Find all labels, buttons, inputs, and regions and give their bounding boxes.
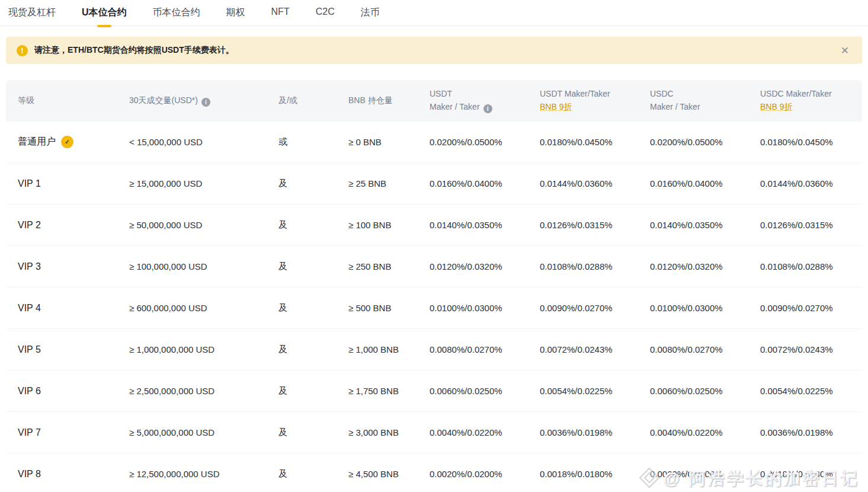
cell-usdt: 0.0020%/0.0200% bbox=[430, 469, 540, 479]
cell-usdc-bnb: 0.0180%/0.0450% bbox=[760, 137, 850, 147]
header-usdc-bnb-line1: USDC Maker/Taker bbox=[760, 88, 850, 101]
table-row: VIP 2≥ 50,000,000 USD及≥ 100 BNB0.0140%/0… bbox=[6, 205, 862, 246]
level-label: VIP 3 bbox=[18, 261, 41, 272]
tab-5[interactable]: NFT bbox=[271, 7, 290, 25]
cell-usdt: 0.0060%/0.0250% bbox=[430, 386, 540, 396]
cell-level: 普通用户✔ bbox=[18, 136, 129, 148]
cell-volume: ≥ 12,500,000,000 USD bbox=[129, 469, 278, 479]
tab-7[interactable]: 法币 bbox=[361, 7, 380, 27]
tab-4[interactable]: 期权 bbox=[226, 7, 245, 27]
fee-table-body: 普通用户✔< 15,000,000 USD或≥ 0 BNB0.0200%/0.0… bbox=[6, 122, 862, 492]
cell-usdc-bnb: 0.0126%/0.0315% bbox=[760, 220, 850, 230]
header-level: 等级 bbox=[18, 95, 129, 106]
header-volume-label: 30天成交量(USD*) bbox=[129, 95, 198, 105]
cell-usdc: 0.0100%/0.0300% bbox=[650, 303, 760, 313]
table-row: VIP 4≥ 600,000,000 USD及≥ 500 BNB0.0100%/… bbox=[6, 287, 862, 329]
cell-bnb: ≥ 250 BNB bbox=[348, 261, 430, 271]
cell-volume: ≥ 100,000,000 USD bbox=[129, 261, 278, 271]
cell-usdt: 0.0200%/0.0500% bbox=[430, 137, 540, 147]
cell-usdc-bnb: 0.0072%/0.0243% bbox=[760, 344, 850, 354]
cell-usdc: 0.0020%/0.0200% bbox=[650, 469, 760, 479]
level-label: VIP 1 bbox=[18, 178, 41, 189]
cell-bnb: ≥ 3,000 BNB bbox=[348, 427, 430, 437]
cell-usdt-bnb: 0.0126%/0.0315% bbox=[540, 220, 650, 230]
tab-1[interactable]: 现货及杠杆 bbox=[8, 7, 56, 27]
cell-bnb: ≥ 500 BNB bbox=[348, 303, 430, 313]
table-row: 普通用户✔< 15,000,000 USD或≥ 0 BNB0.0200%/0.0… bbox=[6, 122, 862, 163]
header-usdc: USDC Maker / Taker bbox=[650, 88, 760, 113]
cell-level: VIP 8 bbox=[18, 469, 129, 480]
cell-usdt-bnb: 0.0108%/0.0288% bbox=[540, 261, 650, 271]
cell-level: VIP 6 bbox=[18, 386, 129, 397]
usdt-bnb-discount-link[interactable]: BNB 9折 bbox=[540, 102, 572, 111]
cell-bnb: ≥ 100 BNB bbox=[348, 220, 430, 230]
cell-volume: ≥ 600,000,000 USD bbox=[129, 303, 278, 313]
cell-usdc: 0.0120%/0.0320% bbox=[650, 261, 760, 271]
cell-volume: ≥ 15,000,000 USD bbox=[129, 178, 278, 189]
cell-usdt-bnb: 0.0036%/0.0198% bbox=[540, 427, 650, 437]
cell-usdc: 0.0200%/0.0500% bbox=[650, 137, 760, 147]
header-usdt-line1: USDT bbox=[430, 88, 540, 101]
cell-usdc: 0.0040%/0.0220% bbox=[650, 427, 760, 437]
level-label: VIP 6 bbox=[18, 386, 41, 397]
cell-and-or: 或 bbox=[278, 136, 348, 148]
header-usdt: USDT Maker / Takeri bbox=[430, 88, 540, 113]
header-usdc-line1: USDC bbox=[650, 88, 760, 101]
cell-volume: ≥ 50,000,000 USD bbox=[129, 220, 278, 230]
cell-bnb: ≥ 4,500 BNB bbox=[348, 469, 430, 479]
info-icon[interactable]: i bbox=[483, 104, 492, 113]
header-and-or: 及/或 bbox=[278, 95, 348, 106]
cell-and-or: 及 bbox=[278, 261, 348, 272]
notice-text: 请注意，ETH/BTC期货合约将按照USDT手续费表计。 bbox=[34, 45, 234, 56]
cell-usdc-bnb: 0.0090%/0.0270% bbox=[760, 303, 850, 313]
usdc-bnb-discount-link[interactable]: BNB 9折 bbox=[760, 102, 792, 111]
table-row: VIP 7≥ 5,000,000,000 USD及≥ 3,000 BNB0.00… bbox=[6, 412, 862, 453]
cell-and-or: 及 bbox=[278, 344, 348, 355]
cell-and-or: 及 bbox=[278, 427, 348, 438]
cell-volume: ≥ 5,000,000,000 USD bbox=[129, 427, 278, 437]
cell-bnb: ≥ 1,750 BNB bbox=[348, 386, 430, 396]
header-bnb-balance: BNB 持仓量 bbox=[348, 95, 430, 106]
warning-icon: ! bbox=[17, 45, 28, 56]
cell-usdt-bnb: 0.0018%/0.0180% bbox=[540, 469, 650, 479]
cell-usdc-bnb: 0.0108%/0.0288% bbox=[760, 261, 850, 271]
cell-usdc-bnb: 0.0036%/0.0198% bbox=[760, 427, 850, 437]
cell-level: VIP 2 bbox=[18, 220, 129, 231]
cell-usdt-bnb: 0.0054%/0.0225% bbox=[540, 386, 650, 396]
header-usdc-bnb: USDC Maker/Taker BNB 9折 bbox=[760, 88, 850, 113]
tab-6[interactable]: C2C bbox=[316, 7, 335, 25]
cell-usdt: 0.0120%/0.0320% bbox=[430, 261, 540, 271]
cell-usdt: 0.0040%/0.0220% bbox=[430, 427, 540, 437]
table-row: VIP 8≥ 12,500,000,000 USD及≥ 4,500 BNB0.0… bbox=[6, 453, 862, 492]
cell-volume: ≥ 1,000,000,000 USD bbox=[129, 344, 278, 354]
cell-usdc: 0.0160%/0.0400% bbox=[650, 178, 760, 189]
cell-usdc: 0.0080%/0.0270% bbox=[650, 344, 760, 354]
level-label: VIP 8 bbox=[18, 469, 41, 480]
info-icon[interactable]: i bbox=[201, 98, 210, 107]
table-row: VIP 3≥ 100,000,000 USD及≥ 250 BNB0.0120%/… bbox=[6, 246, 862, 287]
cell-level: VIP 5 bbox=[18, 344, 129, 355]
header-usdc-line2: Maker / Taker bbox=[650, 101, 760, 114]
header-volume: 30天成交量(USD*)i bbox=[129, 95, 278, 107]
verified-badge-icon: ✔ bbox=[60, 135, 75, 149]
table-row: VIP 1≥ 15,000,000 USD及≥ 25 BNB0.0160%/0.… bbox=[6, 163, 862, 205]
cell-usdt: 0.0080%/0.0270% bbox=[430, 344, 540, 354]
tab-2[interactable]: U本位合约 bbox=[82, 7, 127, 27]
cell-usdc-bnb: 0.0054%/0.0225% bbox=[760, 386, 850, 396]
cell-usdc-bnb: 0.0144%/0.0360% bbox=[760, 178, 850, 189]
cell-usdc-bnb: 0.0018%/0.0180% bbox=[760, 469, 850, 479]
cell-and-or: 及 bbox=[278, 178, 348, 189]
tab-3[interactable]: 币本位合约 bbox=[153, 7, 200, 27]
cell-volume: ≥ 2,500,000,000 USD bbox=[129, 386, 278, 396]
fee-schedule-page: 现货及杠杆U本位合约币本位合约期权NFTC2C法币 ! 请注意，ETH/BTC期… bbox=[0, 0, 868, 492]
header-usdt-bnb-line1: USDT Maker/Taker bbox=[540, 88, 650, 101]
close-icon[interactable]: ✕ bbox=[838, 43, 851, 58]
cell-and-or: 及 bbox=[278, 302, 348, 314]
cell-bnb: ≥ 1,000 BNB bbox=[348, 344, 430, 354]
tab-bar: 现货及杠杆U本位合约币本位合约期权NFTC2C法币 bbox=[0, 0, 868, 26]
cell-and-or: 及 bbox=[278, 468, 348, 480]
fee-table: 等级 30天成交量(USD*)i 及/或 BNB 持仓量 USDT Maker … bbox=[6, 80, 862, 492]
level-label: VIP 5 bbox=[18, 344, 41, 355]
header-usdt-bnb: USDT Maker/Taker BNB 9折 bbox=[540, 88, 650, 113]
cell-level: VIP 4 bbox=[18, 303, 129, 314]
